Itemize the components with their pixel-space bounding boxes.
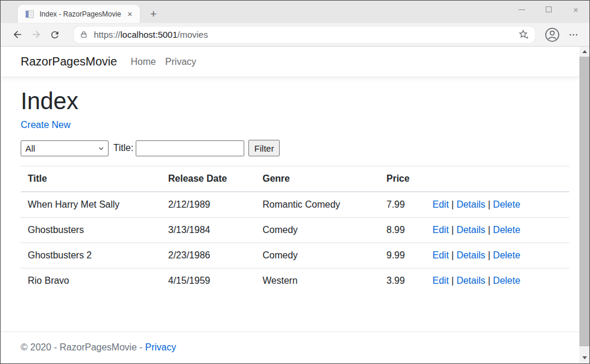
cell-price: 8.99 xyxy=(379,218,425,243)
details-link[interactable]: Details xyxy=(457,199,486,209)
cell-price: 7.99 xyxy=(379,192,425,218)
new-tab-button[interactable]: + xyxy=(146,6,161,22)
web-page: RazorPagesMovie Home Privacy Index Creat… xyxy=(1,47,579,363)
table-row: Ghostbusters 2 2/23/1986 Comedy 9.99 Edi… xyxy=(21,243,569,268)
cell-release-date: 2/12/1989 xyxy=(161,192,255,218)
brand-link[interactable]: RazorPagesMovie xyxy=(21,55,117,68)
main-content: Index Create New All Title: Filter xyxy=(12,87,578,293)
back-button[interactable] xyxy=(8,25,27,44)
cell-genre: Romantic Comedy xyxy=(255,192,379,218)
details-link[interactable]: Details xyxy=(457,276,486,286)
delete-link[interactable]: Delete xyxy=(493,225,520,235)
settings-menu-button[interactable] xyxy=(565,26,582,44)
cell-genre: Western xyxy=(255,268,379,294)
nav-link-home[interactable]: Home xyxy=(126,57,160,67)
column-header-actions xyxy=(425,166,569,192)
scroll-down-button[interactable] xyxy=(579,353,589,363)
address-bar[interactable]: https://localhost:5001/movies xyxy=(74,27,535,43)
page-viewport: RazorPagesMovie Home Privacy Index Creat… xyxy=(1,47,589,363)
details-link[interactable]: Details xyxy=(457,250,486,260)
url-path: /movies xyxy=(178,29,208,40)
cell-release-date: 4/15/1959 xyxy=(161,268,255,294)
action-separator: | xyxy=(451,225,454,235)
maximize-button[interactable] xyxy=(535,1,562,18)
cell-actions: Edit | Details | Delete xyxy=(425,218,569,243)
cell-title: Ghostbusters 2 xyxy=(21,243,161,268)
tab-close-icon[interactable]: × xyxy=(124,9,135,19)
create-new-link[interactable]: Create New xyxy=(21,120,70,130)
action-separator: | xyxy=(488,276,490,286)
filter-form: All Title: Filter xyxy=(21,140,569,156)
action-separator: | xyxy=(451,276,454,286)
column-header-price: Price xyxy=(379,166,425,192)
edit-link[interactable]: Edit xyxy=(432,276,449,286)
lock-icon xyxy=(80,30,88,39)
tab-title: Index - RazorPagesMovie xyxy=(40,10,124,18)
url-scheme: https:// xyxy=(94,29,120,40)
minimize-button[interactable] xyxy=(508,1,535,18)
browser-window: Index - RazorPagesMovie × + × https://lo… xyxy=(0,0,590,364)
tab-bar: Index - RazorPagesMovie × + × xyxy=(1,1,589,23)
tab-favicon-icon xyxy=(25,9,34,19)
delete-link[interactable]: Delete xyxy=(493,276,520,286)
action-separator: | xyxy=(488,250,490,260)
url-text: https://localhost:5001/movies xyxy=(94,29,208,40)
cell-actions: Edit | Details | Delete xyxy=(425,243,569,268)
table-row: Ghostbusters 3/13/1984 Comedy 8.99 Edit … xyxy=(21,218,569,243)
action-separator: | xyxy=(451,250,454,260)
scroll-up-icon xyxy=(582,50,587,53)
cell-price: 9.99 xyxy=(379,243,425,268)
add-favorite-button[interactable] xyxy=(518,29,529,40)
refresh-icon xyxy=(50,29,60,40)
cell-actions: Edit | Details | Delete xyxy=(425,268,569,294)
table-row: Rio Bravo 4/15/1959 Western 3.99 Edit | … xyxy=(21,268,569,294)
cell-genre: Comedy xyxy=(255,243,379,268)
site-footer: © 2020 - RazorPagesMovie - Privacy xyxy=(1,332,579,363)
cell-actions: Edit | Details | Delete xyxy=(425,192,569,218)
delete-link[interactable]: Delete xyxy=(493,199,520,209)
edit-link[interactable]: Edit xyxy=(432,225,449,235)
footer-privacy-link[interactable]: Privacy xyxy=(145,342,176,352)
profile-button[interactable] xyxy=(543,26,561,44)
edit-link[interactable]: Edit xyxy=(432,250,449,260)
cell-price: 3.99 xyxy=(379,268,425,294)
filter-button[interactable]: Filter xyxy=(248,140,280,156)
column-header-title: Title xyxy=(21,166,161,192)
action-separator: | xyxy=(488,199,490,209)
genre-select[interactable]: All xyxy=(21,140,109,156)
browser-tab[interactable]: Index - RazorPagesMovie × xyxy=(18,5,140,23)
ellipsis-icon xyxy=(568,29,579,40)
profile-icon xyxy=(545,27,560,42)
url-host: localhost:5001 xyxy=(120,29,178,40)
cell-title: Ghostbusters xyxy=(21,218,161,243)
minimize-icon xyxy=(519,9,525,10)
forward-button[interactable] xyxy=(27,25,45,44)
cell-genre: Comedy xyxy=(255,218,379,243)
details-link[interactable]: Details xyxy=(457,225,486,235)
edit-link[interactable]: Edit xyxy=(432,199,449,209)
delete-link[interactable]: Delete xyxy=(493,250,520,260)
window-controls: × xyxy=(508,1,589,18)
forward-arrow-icon xyxy=(31,29,42,40)
site-navbar: RazorPagesMovie Home Privacy xyxy=(1,47,579,77)
close-window-button[interactable]: × xyxy=(562,1,589,18)
cell-title: Rio Bravo xyxy=(21,268,161,294)
refresh-button[interactable] xyxy=(45,25,64,44)
page-title: Index xyxy=(21,87,569,115)
table-header-row: Title Release Date Genre Price xyxy=(21,166,569,192)
scroll-up-button[interactable] xyxy=(579,47,589,57)
cell-release-date: 2/23/1986 xyxy=(161,243,255,268)
scrollbar-thumb[interactable] xyxy=(579,57,589,346)
vertical-scrollbar[interactable] xyxy=(579,47,589,363)
column-header-release-date: Release Date xyxy=(161,166,255,192)
copyright-text: © 2020 - RazorPagesMovie - xyxy=(21,342,143,352)
back-arrow-icon xyxy=(12,29,23,40)
action-separator: | xyxy=(488,225,490,235)
cell-release-date: 3/13/1984 xyxy=(161,218,255,243)
title-filter-input[interactable] xyxy=(136,140,244,156)
scroll-down-icon xyxy=(582,356,587,359)
nav-link-privacy[interactable]: Privacy xyxy=(160,57,201,67)
column-header-genre: Genre xyxy=(255,166,379,192)
close-window-icon: × xyxy=(573,5,579,14)
movies-table: Title Release Date Genre Price When Harr… xyxy=(21,166,569,293)
